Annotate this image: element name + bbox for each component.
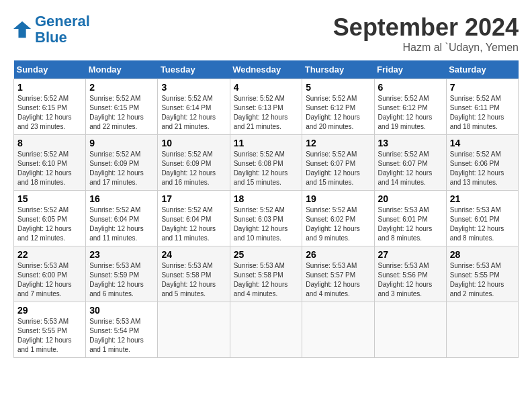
day-info: Sunrise: 5:52 AM Sunset: 6:02 PM Dayligh… — [306, 206, 360, 242]
day-cell: 26Sunrise: 5:53 AM Sunset: 5:57 PM Dayli… — [302, 246, 374, 302]
day-info: Sunrise: 5:52 AM Sunset: 6:09 PM Dayligh… — [161, 150, 216, 186]
day-number: 23 — [89, 249, 154, 260]
day-cell: 5Sunrise: 5:52 AM Sunset: 6:12 PM Daylig… — [302, 79, 374, 135]
day-cell: 23Sunrise: 5:53 AM Sunset: 5:59 PM Dayli… — [86, 246, 158, 302]
day-number: 28 — [450, 249, 515, 260]
day-number: 6 — [378, 82, 443, 93]
day-info: Sunrise: 5:53 AM Sunset: 5:57 PM Dayligh… — [306, 262, 360, 298]
day-info: Sunrise: 5:53 AM Sunset: 5:58 PM Dayligh… — [161, 262, 216, 298]
day-cell: 16Sunrise: 5:52 AM Sunset: 6:04 PM Dayli… — [86, 191, 158, 246]
day-number: 14 — [450, 138, 515, 148]
day-info: Sunrise: 5:53 AM Sunset: 5:59 PM Dayligh… — [89, 262, 144, 298]
day-number: 4 — [234, 82, 299, 93]
col-header-wednesday: Wednesday — [230, 60, 302, 79]
day-info: Sunrise: 5:53 AM Sunset: 5:54 PM Dayligh… — [89, 318, 144, 353]
day-number: 1 — [17, 82, 82, 93]
day-info: Sunrise: 5:52 AM Sunset: 6:08 PM Dayligh… — [234, 150, 288, 186]
day-cell — [446, 302, 518, 358]
day-cell: 24Sunrise: 5:53 AM Sunset: 5:58 PM Dayli… — [158, 246, 230, 302]
day-info: Sunrise: 5:52 AM Sunset: 6:04 PM Dayligh… — [161, 206, 216, 242]
day-number: 7 — [450, 82, 515, 93]
col-header-monday: Monday — [86, 60, 158, 79]
day-cell: 8Sunrise: 5:52 AM Sunset: 6:10 PM Daylig… — [14, 135, 86, 191]
day-cell: 27Sunrise: 5:53 AM Sunset: 5:56 PM Dayli… — [374, 246, 446, 302]
day-cell — [158, 302, 230, 358]
week-row-3: 15Sunrise: 5:52 AM Sunset: 6:05 PM Dayli… — [14, 191, 519, 246]
title-area: September 2024 Hazm al `Udayn, Yemen — [333, 13, 519, 54]
day-cell: 3Sunrise: 5:52 AM Sunset: 6:14 PM Daylig… — [158, 79, 230, 135]
day-cell: 14Sunrise: 5:52 AM Sunset: 6:06 PM Dayli… — [446, 135, 518, 191]
calendar-table: SundayMondayTuesdayWednesdayThursdayFrid… — [13, 60, 519, 358]
day-number: 12 — [306, 138, 370, 148]
day-cell — [302, 302, 374, 358]
day-info: Sunrise: 5:52 AM Sunset: 6:04 PM Dayligh… — [89, 206, 144, 242]
day-cell: 11Sunrise: 5:52 AM Sunset: 6:08 PM Dayli… — [230, 135, 302, 191]
day-cell — [230, 302, 302, 358]
day-number: 29 — [17, 305, 82, 316]
day-cell: 18Sunrise: 5:52 AM Sunset: 6:03 PM Dayli… — [230, 191, 302, 246]
day-number: 2 — [89, 82, 154, 93]
day-info: Sunrise: 5:52 AM Sunset: 6:12 PM Dayligh… — [378, 95, 433, 130]
col-header-thursday: Thursday — [302, 60, 374, 79]
logo-line1: General — [35, 13, 90, 30]
day-number: 15 — [17, 193, 82, 204]
day-number: 13 — [378, 138, 443, 148]
col-header-saturday: Saturday — [446, 60, 518, 79]
location-title: Hazm al `Udayn, Yemen — [333, 42, 519, 54]
header: General Blue September 2024 Hazm al `Uda… — [13, 13, 519, 54]
day-cell: 30Sunrise: 5:53 AM Sunset: 5:54 PM Dayli… — [86, 302, 158, 358]
day-cell: 4Sunrise: 5:52 AM Sunset: 6:13 PM Daylig… — [230, 79, 302, 135]
day-info: Sunrise: 5:52 AM Sunset: 6:15 PM Dayligh… — [17, 95, 72, 130]
day-cell: 6Sunrise: 5:52 AM Sunset: 6:12 PM Daylig… — [374, 79, 446, 135]
day-number: 10 — [161, 138, 226, 148]
day-number: 19 — [306, 193, 370, 204]
day-number: 18 — [234, 193, 299, 204]
day-cell: 12Sunrise: 5:52 AM Sunset: 6:07 PM Dayli… — [302, 135, 374, 191]
logo: General Blue — [13, 13, 90, 46]
day-number: 8 — [17, 138, 82, 148]
day-number: 11 — [234, 138, 299, 148]
day-cell: 13Sunrise: 5:52 AM Sunset: 6:07 PM Dayli… — [374, 135, 446, 191]
day-info: Sunrise: 5:53 AM Sunset: 6:01 PM Dayligh… — [378, 206, 433, 242]
day-cell: 29Sunrise: 5:53 AM Sunset: 5:55 PM Dayli… — [14, 302, 86, 358]
day-info: Sunrise: 5:52 AM Sunset: 6:05 PM Dayligh… — [17, 206, 72, 242]
day-number: 27 — [378, 249, 443, 260]
day-cell: 21Sunrise: 5:53 AM Sunset: 6:01 PM Dayli… — [446, 191, 518, 246]
day-info: Sunrise: 5:53 AM Sunset: 5:56 PM Dayligh… — [378, 262, 433, 298]
day-cell: 15Sunrise: 5:52 AM Sunset: 6:05 PM Dayli… — [14, 191, 86, 246]
day-cell: 2Sunrise: 5:52 AM Sunset: 6:15 PM Daylig… — [86, 79, 158, 135]
week-row-2: 8Sunrise: 5:52 AM Sunset: 6:10 PM Daylig… — [14, 135, 519, 191]
day-info: Sunrise: 5:52 AM Sunset: 6:11 PM Dayligh… — [450, 95, 504, 130]
day-cell: 25Sunrise: 5:53 AM Sunset: 5:58 PM Dayli… — [230, 246, 302, 302]
week-row-1: 1Sunrise: 5:52 AM Sunset: 6:15 PM Daylig… — [14, 79, 519, 135]
col-header-friday: Friday — [374, 60, 446, 79]
day-number: 17 — [161, 193, 226, 204]
logo-line2: Blue — [35, 29, 67, 46]
day-info: Sunrise: 5:52 AM Sunset: 6:14 PM Dayligh… — [161, 95, 216, 130]
day-info: Sunrise: 5:52 AM Sunset: 6:13 PM Dayligh… — [234, 95, 288, 130]
day-cell: 7Sunrise: 5:52 AM Sunset: 6:11 PM Daylig… — [446, 79, 518, 135]
day-info: Sunrise: 5:53 AM Sunset: 5:55 PM Dayligh… — [17, 318, 72, 353]
day-info: Sunrise: 5:52 AM Sunset: 6:07 PM Dayligh… — [378, 150, 433, 186]
day-number: 5 — [306, 82, 370, 93]
week-row-4: 22Sunrise: 5:53 AM Sunset: 6:00 PM Dayli… — [14, 246, 519, 302]
day-info: Sunrise: 5:52 AM Sunset: 6:15 PM Dayligh… — [89, 95, 144, 130]
day-info: Sunrise: 5:53 AM Sunset: 5:58 PM Dayligh… — [234, 262, 288, 298]
logo-icon — [13, 20, 32, 39]
header-row: SundayMondayTuesdayWednesdayThursdayFrid… — [14, 60, 519, 79]
day-number: 16 — [89, 193, 154, 204]
day-info: Sunrise: 5:52 AM Sunset: 6:03 PM Dayligh… — [234, 206, 288, 242]
day-info: Sunrise: 5:53 AM Sunset: 6:00 PM Dayligh… — [17, 262, 72, 298]
day-info: Sunrise: 5:52 AM Sunset: 6:12 PM Dayligh… — [306, 95, 360, 130]
col-header-sunday: Sunday — [14, 60, 86, 79]
col-header-tuesday: Tuesday — [158, 60, 230, 79]
day-number: 20 — [378, 193, 443, 204]
week-row-5: 29Sunrise: 5:53 AM Sunset: 5:55 PM Dayli… — [14, 302, 519, 358]
day-number: 25 — [234, 249, 299, 260]
day-cell — [374, 302, 446, 358]
day-number: 3 — [161, 82, 226, 93]
day-cell: 22Sunrise: 5:53 AM Sunset: 6:00 PM Dayli… — [14, 246, 86, 302]
day-cell: 28Sunrise: 5:53 AM Sunset: 5:55 PM Dayli… — [446, 246, 518, 302]
day-cell: 20Sunrise: 5:53 AM Sunset: 6:01 PM Dayli… — [374, 191, 446, 246]
day-cell: 1Sunrise: 5:52 AM Sunset: 6:15 PM Daylig… — [14, 79, 86, 135]
